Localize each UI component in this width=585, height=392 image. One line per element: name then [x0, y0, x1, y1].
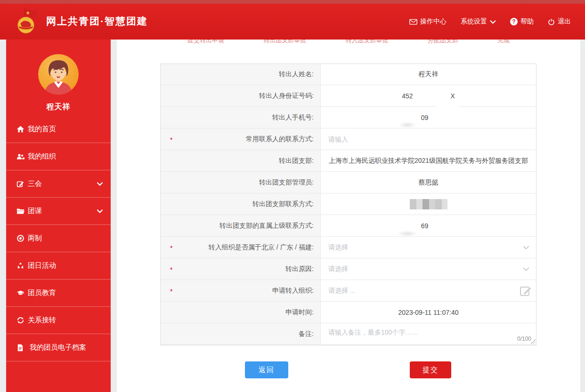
- sidebar-item-relationship-transfer[interactable]: 关系接转: [6, 307, 111, 334]
- step-label: 转入团支部审批: [346, 40, 389, 45]
- sidebar-item-label: 我的组织: [28, 152, 56, 161]
- field-label: 转出团支部:: [279, 157, 314, 165]
- row-phone: 转出人手机号: 09: [161, 107, 536, 128]
- avatar: [38, 54, 79, 95]
- sidebar-item-label: 三会: [28, 179, 42, 188]
- step-label: 转出团支部审批: [263, 40, 306, 45]
- select-placeholder: 请选择: [321, 265, 348, 273]
- sidebar-item-label: 团日活动: [28, 261, 56, 270]
- row-out-branch: 转出团支部: 上海市上海民远职业技术学院2021级国航学院关务与外贸服务团支部: [161, 150, 536, 172]
- edit-icon: [16, 180, 24, 188]
- row-transfer-name: 转出人姓名: 程天祥: [161, 64, 536, 85]
- submit-button[interactable]: 提交: [410, 361, 451, 378]
- row-reason-select: * 转出原因: 请选择: [161, 258, 536, 280]
- field-value: 程天祥: [419, 70, 439, 79]
- edit-icon[interactable]: [519, 284, 532, 297]
- select-placeholder: 请选择: [321, 243, 348, 252]
- field-value: 2023-09-11 11:07:40: [398, 309, 459, 316]
- chevron-down-icon: [490, 20, 496, 24]
- nav-label: 操作中心: [420, 17, 447, 26]
- sidebar-item-home[interactable]: 我的首页: [6, 116, 111, 143]
- target-org-picker[interactable]: 请选择 ...: [321, 280, 536, 301]
- redaction-smudge: [397, 232, 418, 236]
- required-marker: *: [170, 244, 172, 252]
- required-marker: *: [170, 266, 172, 273]
- field-label: 常用联系人的联系方式:: [246, 135, 314, 144]
- contact-method-input[interactable]: [321, 136, 536, 143]
- recycle-icon: [16, 262, 24, 270]
- redaction-mosaic: [410, 199, 447, 209]
- row-contact-method: * 常用联系人的联系方式:: [161, 128, 536, 150]
- field-value-partial: 452: [402, 92, 413, 100]
- redaction-patch: [436, 105, 459, 107]
- field-label: 转出团支部管理员:: [259, 178, 314, 187]
- field-label: 转出人姓名:: [279, 70, 314, 79]
- app-header: 网上共青团·智慧团建 操作中心 系统设置 ? 帮助 退出: [0, 0, 585, 40]
- sidebar-item-sanhui[interactable]: 三会: [6, 170, 111, 198]
- nav-label: 帮助: [520, 17, 534, 26]
- picker-placeholder: 请选择 ...: [321, 287, 356, 295]
- field-label: 转出团支部联系方式:: [252, 200, 314, 208]
- sidebar-menu: 我的首页 我的组织 三会: [6, 116, 111, 361]
- sidebar-item-liangzhi[interactable]: 两制: [6, 225, 111, 252]
- sidebar-item-organization[interactable]: 我的组织: [6, 143, 111, 170]
- sidebar-item-member-education[interactable]: 团员教育: [6, 280, 111, 307]
- form-actions: 返回 提交: [245, 361, 580, 378]
- graduation-icon: [16, 289, 24, 297]
- redaction-patch: [450, 232, 513, 234]
- chevron-down-icon: [523, 267, 529, 271]
- target-icon: [16, 234, 24, 242]
- transfer-reason-select[interactable]: 请选择: [321, 258, 536, 280]
- refresh-icon: [16, 316, 24, 324]
- row-region-select: * 转入组织是否属于北京 / 广东 / 福建: 请选择: [161, 237, 536, 258]
- row-branch-admin: 转出团支部管理员: 蔡思懿: [161, 172, 536, 193]
- home-icon: [16, 125, 24, 133]
- step-indicator: 提交转出申请 转出团支部审批 转入团支部审批 分配团支部 完成: [117, 40, 580, 45]
- resize-handle-icon[interactable]: [531, 339, 536, 344]
- redaction-smudge: [398, 123, 416, 127]
- nav-logout[interactable]: 退出: [548, 17, 571, 26]
- chevron-down-icon: [523, 245, 529, 249]
- sidebar-item-label: 我的团员电子档案: [30, 343, 86, 352]
- redaction-patch: [476, 211, 509, 213]
- field-value: 上海市上海民远职业技术学院2021级国航学院关务与外贸服务团支部: [329, 157, 528, 165]
- sidebar-item-label: 团课: [28, 207, 42, 216]
- field-value-partial: 69: [421, 222, 429, 230]
- required-marker: *: [170, 136, 172, 144]
- username: 程天祥: [6, 102, 111, 112]
- nav-label: 退出: [558, 17, 571, 26]
- nav-system-settings[interactable]: 系统设置: [461, 17, 496, 26]
- transfer-application-form: 转出人姓名: 程天祥 转出人身份证号码: 452 X 转出人手机号: 09 * …: [160, 64, 536, 345]
- field-label: 申请转入组织:: [272, 287, 314, 295]
- power-icon: [548, 18, 555, 25]
- nav-operation-center[interactable]: 操作中心: [409, 17, 447, 26]
- remarks-textarea[interactable]: [321, 325, 536, 344]
- field-value-partial: 09: [421, 114, 429, 121]
- step-label: 完成: [497, 40, 510, 45]
- field-value-partial: X: [451, 92, 455, 100]
- sidebar-item-league-day[interactable]: 团日活动: [6, 252, 111, 280]
- sidebar-item-label: 关系接转: [28, 316, 56, 325]
- nav-label: 系统设置: [461, 17, 487, 26]
- main-panel: 提交转出申请 转出团支部审批 转入团支部审批 分配团支部 完成 转出人姓名: 程…: [117, 40, 580, 392]
- back-button[interactable]: 返回: [245, 361, 288, 378]
- char-counter: 0/100: [517, 336, 531, 342]
- field-label: 转出团支部的直属上级联系方式:: [219, 222, 314, 230]
- league-logo-icon: [14, 7, 40, 34]
- field-label: 转出人身份证号码:: [259, 92, 314, 100]
- required-marker: *: [170, 288, 172, 295]
- chevron-down-icon: [97, 182, 103, 186]
- sidebar-item-e-archive[interactable]: 我的团员电子档案: [6, 334, 111, 361]
- nav-help[interactable]: ? 帮助: [510, 17, 534, 26]
- row-remarks: 备注: 0/100: [161, 323, 536, 345]
- region-select[interactable]: 请选择: [321, 237, 536, 258]
- field-label: 备注:: [299, 330, 314, 338]
- sidebar-item-tuanke[interactable]: 团课: [6, 198, 111, 225]
- chevron-down-icon: [97, 209, 103, 213]
- sidebar-item-label: 两制: [28, 234, 42, 243]
- header-nav: 操作中心 系统设置 ? 帮助 退出: [409, 17, 571, 26]
- field-label: 转出原因:: [285, 265, 314, 273]
- step-label: 分配团支部: [428, 40, 458, 45]
- question-icon: ?: [510, 18, 518, 25]
- sidebar-item-label: 我的首页: [28, 125, 56, 134]
